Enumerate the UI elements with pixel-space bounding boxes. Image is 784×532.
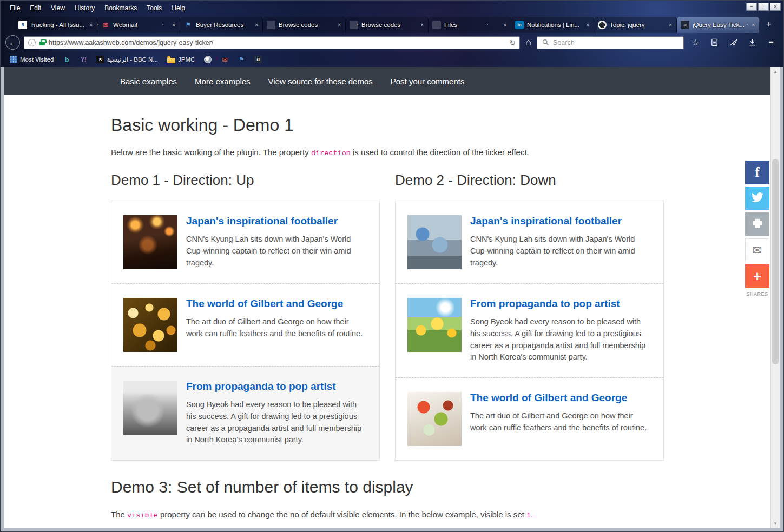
menu-help[interactable]: Help — [167, 3, 190, 14]
downloads-icon[interactable] — [745, 38, 760, 46]
mail-icon: ✉ — [221, 56, 228, 63]
ticker-item[interactable]: From propaganda to pop artist Song Byeok… — [396, 283, 663, 377]
page-navigation-links: Basic examples More examples View source… — [111, 67, 664, 95]
bookmark-jpmc-folder[interactable]: JPMC — [163, 55, 199, 65]
share-page-icon[interactable] — [726, 38, 741, 46]
izakaya-night-image — [123, 215, 177, 269]
mail-favicon-icon: ✉ — [101, 21, 110, 29]
share-rail: f ✉ + SHARES — [745, 161, 769, 297]
tab-browse-codes-2[interactable]: Browse codes × — [346, 17, 429, 33]
tab-close-icon[interactable]: × — [420, 22, 424, 28]
bookmark-flag[interactable]: ⚑ — [234, 54, 249, 65]
email-share-button[interactable]: ✉ — [745, 238, 769, 262]
nav-more-examples[interactable]: More examples — [195, 77, 251, 86]
tab-jquery-easy-ticker[interactable]: a jQuery Easy Tick... × — [677, 17, 760, 33]
scroll-up-icon[interactable]: ▲ — [771, 67, 780, 76]
inline-code-one: 1 — [526, 511, 531, 520]
menu-bookmarks[interactable]: Bookmarks — [100, 3, 142, 14]
yellow-flowers-image — [407, 298, 462, 352]
url-bar[interactable]: i https://www.aakashweb.com/demos/jquery… — [24, 36, 520, 49]
tab-linkedin-notifications[interactable]: in Notifications | Lin... × — [511, 17, 594, 33]
bookmark-amazon[interactable]: a — [251, 54, 266, 65]
tracker-favicon-icon: 5 — [18, 21, 27, 29]
nav-basic-examples[interactable]: Basic examples — [120, 77, 177, 86]
tab-close-icon[interactable]: × — [585, 22, 590, 28]
search-icon — [541, 39, 550, 46]
bbc-icon: B — [96, 56, 104, 63]
circle-icon — [204, 56, 212, 63]
tab-files[interactable]: Files × — [429, 17, 511, 33]
scroll-down-icon[interactable]: ▼ — [771, 519, 780, 528]
tab-close-icon[interactable]: × — [503, 22, 507, 28]
intro-text-after: is used to control the direction of the … — [351, 148, 529, 157]
menu-edit[interactable]: Edit — [25, 3, 46, 14]
ticker-item[interactable]: Japan's inspirational footballer CNN's K… — [396, 201, 663, 283]
street-scene-image — [407, 215, 462, 269]
demo1-ticker: Japan's inspirational footballer CNN's K… — [111, 201, 380, 461]
back-button[interactable]: ← — [5, 35, 20, 50]
folder-icon — [167, 58, 175, 63]
bookmarks-menu-icon[interactable] — [707, 38, 722, 46]
menu-history[interactable]: History — [70, 3, 100, 14]
close-button[interactable]: × — [770, 3, 781, 11]
ticker-item[interactable]: Japan's inspirational footballer CNN's K… — [111, 201, 379, 283]
page-favicon-icon — [350, 21, 358, 29]
new-tab-button[interactable]: + — [760, 19, 778, 29]
tab-strip: 5 Tracking - All Issu... × ✉ Webmail × ⚑… — [1, 16, 783, 33]
bookmark-bing[interactable]: b — [59, 54, 74, 65]
bookmark-circle[interactable] — [200, 54, 215, 65]
tab-close-icon[interactable]: × — [254, 22, 259, 28]
bookmark-label: الرئيسية - BBC N... — [107, 56, 158, 63]
reload-icon[interactable]: ↻ — [509, 38, 516, 47]
tab-close-icon[interactable]: × — [337, 22, 341, 28]
bookmark-label: Most Visited — [20, 56, 54, 63]
bookmark-mail[interactable]: ✉ — [217, 54, 232, 65]
printer-icon — [752, 218, 763, 231]
tab-close-icon[interactable]: × — [89, 22, 93, 28]
bookmark-yahoo[interactable]: Y! — [76, 54, 91, 65]
demo3-text-before: The — [111, 510, 127, 519]
tab-browse-codes-1[interactable]: Browse codes × — [263, 17, 346, 33]
ticker-item[interactable]: From propaganda to pop artist Song Byeok… — [111, 366, 379, 460]
bookmark-bbc[interactable]: B الرئيسية - BBC N... — [93, 54, 162, 65]
scrollbar[interactable]: ▲ ▼ — [770, 67, 780, 528]
scrollbar-thumb[interactable] — [772, 159, 779, 364]
hamburger-menu-icon[interactable]: ≡ — [763, 38, 779, 48]
tab-close-icon[interactable]: × — [668, 22, 673, 28]
demo3-text-mid: property can be used to change the no of… — [158, 510, 526, 519]
aakashweb-favicon-icon: a — [681, 21, 689, 29]
maximize-button[interactable]: □ — [758, 3, 769, 11]
search-input[interactable] — [553, 39, 680, 46]
demo3-paragraph: The visible property can be used to chan… — [111, 510, 664, 528]
tab-buyer-resources[interactable]: ⚑ Buyer Resources × — [180, 17, 263, 33]
menu-file[interactable]: File — [5, 3, 25, 14]
twitter-share-button[interactable] — [745, 187, 769, 210]
tab-close-icon[interactable]: × — [172, 22, 176, 28]
menu-tools[interactable]: Tools — [142, 3, 167, 14]
print-share-button[interactable] — [745, 212, 769, 236]
tab-topic-jquery[interactable]: Topic: jquery × — [594, 17, 677, 33]
tab-webmail[interactable]: ✉ Webmail × — [97, 17, 180, 33]
tab-tracking[interactable]: 5 Tracking - All Issu... × — [15, 17, 97, 33]
bookmark-star-icon[interactable]: ☆ — [688, 37, 703, 48]
search-bar[interactable] — [537, 36, 684, 49]
page-title: Basic working - Demo 1 — [111, 115, 664, 135]
more-shares-button[interactable]: + — [745, 264, 769, 288]
bookmark-most-visited[interactable]: Most Visited — [6, 54, 57, 65]
tab-title: Files — [444, 22, 499, 28]
home-icon[interactable]: ⌂ — [525, 37, 531, 48]
url-text[interactable]: https://www.aakashweb.com/demos/jquery-e… — [49, 39, 505, 46]
demo1-heading: Demo 1 - Direction: Up — [111, 172, 380, 189]
ticker-item[interactable]: The world of Gilbert and George The art … — [396, 377, 663, 460]
menu-view[interactable]: View — [46, 3, 70, 14]
facebook-share-button[interactable]: f — [745, 161, 769, 184]
minimize-button[interactable]: – — [746, 3, 757, 11]
nav-post-comments[interactable]: Post your comments — [391, 77, 465, 86]
demo1-section: Demo 1 - Direction: Up Japan's inspirati… — [111, 172, 380, 461]
nav-view-source[interactable]: View source for these demos — [268, 77, 373, 86]
navigation-toolbar: ← i https://www.aakashweb.com/demos/jque… — [1, 33, 783, 52]
info-icon[interactable]: i — [28, 39, 36, 46]
tab-title: Webmail — [113, 22, 168, 28]
ticker-item[interactable]: The world of Gilbert and George The art … — [111, 283, 379, 366]
tab-close-icon[interactable]: × — [751, 22, 755, 28]
